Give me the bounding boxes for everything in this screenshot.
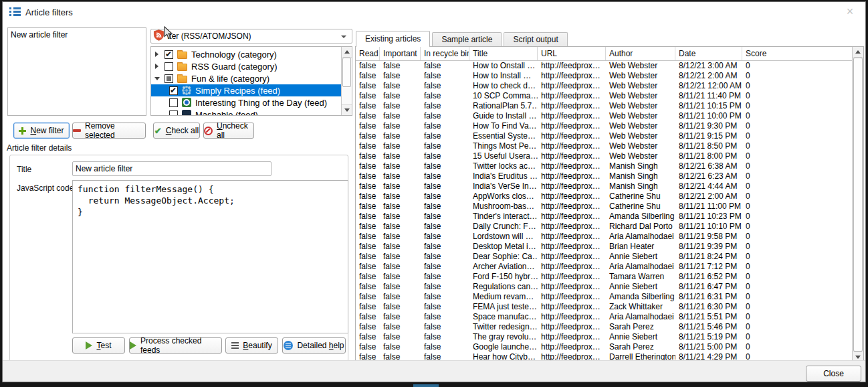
article-row[interactable]: falsefalsefalseFord F-150 hybr…http://fe… — [356, 272, 852, 282]
cell-url: http://feedprox… — [538, 242, 606, 252]
cell-read: false — [356, 111, 380, 121]
article-row[interactable]: falsefalsefalseDear Sophie: Ca…http://fe… — [356, 252, 852, 262]
item-checkbox[interactable] — [169, 86, 178, 95]
article-row[interactable]: falsefalsefalseArcher Aviation…http://fe… — [356, 262, 852, 272]
filter-list-item[interactable]: New article filter — [8, 28, 146, 41]
article-row[interactable]: falsefalsefalseSpace manufac…http://feed… — [356, 312, 852, 322]
title-input[interactable] — [72, 161, 272, 176]
table-scrollbar[interactable] — [852, 47, 863, 362]
column-header-score[interactable]: Score — [742, 47, 852, 60]
account-selector[interactable]: tter (RSS/ATOM/JSON) — [150, 29, 352, 44]
cell-url: http://feedprox… — [538, 332, 606, 342]
article-row[interactable]: falsefalsefalseHow to check d…http://fee… — [356, 81, 852, 91]
cell-author: Amanda Silberling — [606, 212, 675, 222]
column-header-author[interactable]: Author — [606, 47, 675, 60]
cell-url: http://feedprox… — [538, 91, 606, 101]
cell-title: How to Install … — [469, 71, 538, 81]
tab-sample-article[interactable]: Sample article — [432, 32, 502, 46]
cell-author: Web Webster — [606, 61, 675, 71]
table-header[interactable]: ReadImportantIn recycle binTitleURLAutho… — [356, 47, 852, 61]
remove-selected-button[interactable]: Remove selected — [72, 123, 146, 139]
close-label: Close — [823, 369, 844, 378]
article-row[interactable]: falsefalsefalseHow To Find Va…http://fee… — [356, 121, 852, 131]
article-row[interactable]: falsefalsefalseTinder's interact…http://… — [356, 212, 852, 222]
article-row[interactable]: falsefalsefalseRegulations can…http://fe… — [356, 282, 852, 292]
test-button[interactable]: Test — [72, 337, 125, 354]
item-checkbox[interactable] — [165, 62, 173, 71]
tree-scrollbar[interactable] — [341, 47, 352, 115]
close-button[interactable]: Close — [806, 366, 861, 382]
article-row[interactable]: falsefalsefalseTwitter redesign…http://f… — [356, 322, 852, 332]
article-row[interactable]: falsefalsefalseGuide to Install …http://… — [356, 111, 852, 121]
article-row[interactable]: falsefalsefalseAppWorks clos…http://feed… — [356, 191, 852, 202]
tree-item[interactable]: RSS Guard (category) — [151, 60, 342, 72]
article-row[interactable]: falsefalsefalseRationalPlan 5.7…http://f… — [356, 101, 852, 111]
tree-item[interactable]: Technology (category) — [151, 48, 342, 60]
tree-scrollbar-thumb[interactable] — [342, 58, 351, 87]
article-row[interactable]: falsefalsefalseMushroom-bas…http://feedp… — [356, 202, 852, 212]
tree-item[interactable]: Simply Recipes (feed) — [151, 84, 342, 96]
article-row[interactable]: falsefalsefalseDesktop Metal i…http://fe… — [356, 242, 852, 252]
cell-score: 0 — [742, 232, 852, 242]
filter-list[interactable]: New article filter — [7, 27, 146, 116]
cell-in-recycle-bin: false — [421, 121, 469, 131]
article-row[interactable]: falsefalsefalseGoogle launche…http://fee… — [356, 342, 852, 352]
expander-icon[interactable] — [154, 51, 160, 58]
close-icon[interactable]: × — [843, 4, 857, 19]
scroll-down-icon[interactable] — [342, 104, 352, 115]
article-row[interactable]: falsefalsefalseHow to Onstall …http://fe… — [356, 61, 852, 71]
cell-important: false — [380, 131, 421, 141]
uncheck-all-button[interactable]: Uncheck all — [203, 123, 254, 139]
article-row[interactable]: falsefalsefalseIndia's Eruditus …http://… — [356, 171, 852, 181]
tree-item-label: Technology (category) — [191, 50, 277, 60]
tree-item[interactable]: Mashable (feed) — [151, 108, 342, 116]
article-row[interactable]: falsefalsefalseTwitter locks ac…http://f… — [356, 161, 852, 171]
cell-score: 0 — [742, 181, 852, 191]
table-scrollbar-thumb[interactable] — [853, 58, 863, 352]
cell-url: http://feedprox… — [538, 312, 606, 322]
cell-title: Essential Syste… — [469, 131, 538, 141]
cell-in-recycle-bin: false — [421, 191, 469, 202]
article-row[interactable]: falsefalsefalseFEMA just teste…http://fe… — [356, 302, 852, 312]
javascript-code-editor[interactable]: function filterMessage() { return Messag… — [72, 180, 348, 333]
article-row[interactable]: falsefalsefalseMedium revam…http://feedp… — [356, 292, 852, 302]
detailed-help-button[interactable]: Detailed help — [282, 337, 346, 354]
tab-existing-articles[interactable]: Existing articles — [356, 31, 430, 47]
item-checkbox[interactable] — [169, 110, 178, 117]
column-header-read[interactable]: Read — [356, 47, 380, 60]
column-header-title[interactable]: Title — [469, 47, 538, 60]
cell-score: 0 — [742, 322, 852, 332]
column-header-url[interactable]: URL — [538, 47, 606, 60]
item-checkbox[interactable] — [169, 98, 178, 107]
cell-date: 8/11/21 8:50 PM — [675, 141, 742, 151]
article-row[interactable]: falsefalsefalse10 SCP Comma…http://feedp… — [356, 91, 852, 101]
item-checkbox[interactable] — [165, 50, 173, 59]
new-filter-button[interactable]: New filter — [13, 123, 70, 139]
article-row[interactable]: falsefalsefalseThings Most Pe…http://fee… — [356, 141, 852, 151]
scroll-up-icon[interactable] — [342, 47, 352, 58]
article-row[interactable]: falsefalsefalseLordstown will …http://fe… — [356, 232, 852, 242]
article-row[interactable]: falsefalsefalseEssential Syste…http://fe… — [356, 131, 852, 141]
article-row[interactable]: falsefalsefalse15 Useful Usera…http://fe… — [356, 151, 852, 161]
article-row[interactable]: falsefalsefalseHow to Install …http://fe… — [356, 71, 852, 81]
cell-important: false — [380, 212, 421, 222]
beautify-button[interactable]: Beautify — [225, 337, 278, 354]
column-header-important[interactable]: Important — [380, 47, 421, 60]
cell-author: Manish Singh — [606, 181, 675, 191]
cell-date: 8/11/21 5:00 PM — [675, 342, 742, 352]
column-header-in-recycle-bin[interactable]: In recycle bin — [421, 47, 469, 60]
article-row[interactable]: falsefalsefalseIndia's VerSe In…http://f… — [356, 181, 852, 191]
scroll-up-icon[interactable] — [853, 47, 863, 58]
tree-item[interactable]: Fun & life (category) — [151, 72, 342, 84]
expander-icon[interactable] — [154, 75, 160, 82]
article-row[interactable]: falsefalsefalseDaily Crunch: F…http://fe… — [356, 222, 852, 232]
process-checked-feeds-button[interactable]: Process checked feeds — [129, 337, 222, 354]
tab-script-output[interactable]: Script output — [504, 32, 567, 46]
process-checked-feeds-label: Process checked feeds — [140, 336, 221, 355]
column-header-date[interactable]: Date — [675, 47, 742, 60]
tree-item[interactable]: Interesting Thing of the Day (feed) — [151, 96, 342, 108]
article-row[interactable]: falsefalsefalseThe gray revolu…http://fe… — [356, 332, 852, 342]
check-all-button[interactable]: ✔ Check all — [153, 123, 200, 139]
expander-icon[interactable] — [154, 63, 160, 70]
item-checkbox[interactable] — [165, 74, 173, 83]
